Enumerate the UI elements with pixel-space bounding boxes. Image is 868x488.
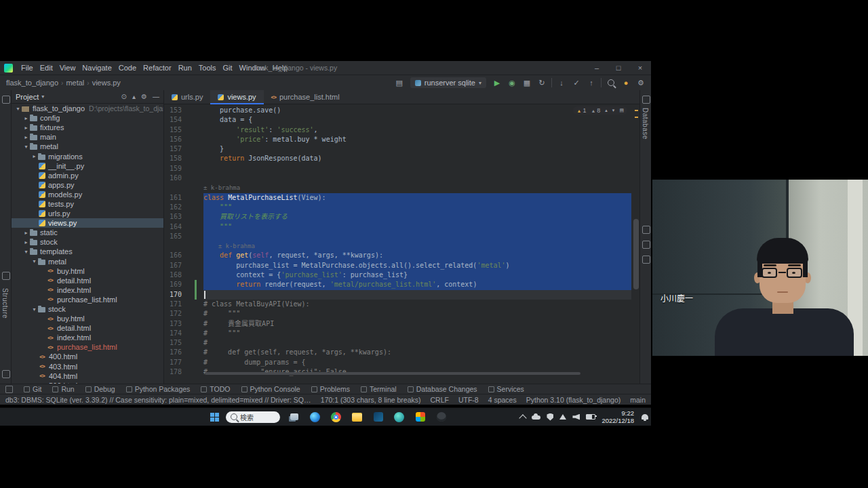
tree-arrow[interactable]: ▸: [22, 125, 30, 131]
taskbar-clock[interactable]: 9:22 2022/12/18: [601, 409, 634, 424]
breadcrumb-item[interactable]: metal: [64, 79, 85, 87]
code-row[interactable]: 170: [164, 290, 631, 300]
update-indicator[interactable]: ●: [620, 77, 631, 88]
code-row[interactable]: 161class MetalPurchaseList(View):: [164, 193, 631, 203]
start-button[interactable]: [210, 413, 219, 422]
taskbar-search[interactable]: 検索: [226, 411, 280, 423]
scrollbar-thumb[interactable]: [205, 372, 580, 375]
close-button[interactable]: ×: [629, 61, 651, 75]
hide-panel-icon[interactable]: —: [153, 93, 159, 100]
menu-edit[interactable]: Edit: [37, 62, 56, 73]
tree-item-config[interactable]: ▸config: [12, 113, 163, 123]
settings-icon[interactable]: ⚙: [141, 93, 147, 100]
code-row[interactable]: 171# class MetalBuyAPI(View):: [164, 300, 631, 309]
tree-item-stock[interactable]: ▾stock: [12, 304, 163, 314]
tool-window-button-problems[interactable]: Problems: [306, 385, 355, 393]
tree-arrow[interactable]: ▾: [31, 306, 38, 312]
menu-git[interactable]: Git: [220, 62, 236, 73]
tree-item-buy.html[interactable]: <>buy.html: [12, 314, 163, 323]
menu-refactor[interactable]: Refactor: [140, 62, 175, 73]
tree-item-404.html[interactable]: <>404.html: [12, 371, 163, 381]
status-widget[interactable]: CRLF: [431, 396, 449, 404]
inspection-menu-icon[interactable]: ▤: [619, 108, 624, 113]
tree-arrow[interactable]: ▾: [14, 106, 22, 112]
tool-window-button-python-console[interactable]: Python Console: [236, 385, 306, 393]
chrome-taskbar-icon[interactable]: [329, 410, 343, 424]
tree-item-index.html[interactable]: <>index.html: [12, 333, 163, 342]
menu-view[interactable]: View: [56, 62, 79, 73]
tree-arrow[interactable]: ▸: [22, 230, 30, 236]
code-row[interactable]: 172# """: [164, 309, 631, 319]
terminal-stripe-icon[interactable]: [2, 370, 10, 378]
tree-item-static[interactable]: ▸static: [12, 228, 163, 237]
debug-button[interactable]: ◉: [507, 77, 517, 88]
prev-problem-icon[interactable]: ▴: [605, 108, 608, 113]
menu-tools[interactable]: Tools: [195, 62, 220, 73]
warnings-indicator[interactable]: ▲1: [576, 107, 586, 114]
run-config-selector[interactable]: runserver sqlite ▾: [410, 77, 486, 88]
tree-arrow[interactable]: ▾: [22, 144, 30, 150]
taskview-taskbar-icon[interactable]: [287, 410, 301, 424]
project-stripe-icon[interactable]: [2, 96, 10, 104]
tree-item-index.html[interactable]: <>index.html: [12, 285, 163, 295]
tool-window-switcher-icon[interactable]: [5, 386, 13, 393]
code-row[interactable]: 168 context = {'purchase_list': purchase…: [164, 270, 631, 280]
tree-arrow[interactable]: ▸: [22, 239, 30, 245]
tree-arrow[interactable]: ▾: [31, 258, 38, 264]
search-everywhere-icon[interactable]: [606, 77, 616, 88]
tree-item-flask_to_django[interactable]: ▾flask_to_djangoD:\projects\flask_to_dja…: [12, 104, 163, 113]
tool-window-button-git[interactable]: Git: [18, 385, 47, 393]
locate-file-icon[interactable]: ⊙: [121, 93, 127, 100]
code-row[interactable]: 166 def get(self, request, *args, **kwar…: [164, 251, 631, 260]
menu-file[interactable]: File: [18, 62, 37, 73]
pycharm-taskbar-icon[interactable]: [371, 410, 385, 424]
structure-stripe-button[interactable]: Structure: [1, 288, 9, 319]
github-taskbar-icon[interactable]: [434, 410, 448, 424]
minimize-button[interactable]: –: [586, 61, 608, 75]
code-row[interactable]: 160: [164, 174, 631, 183]
git-update-button[interactable]: ↓: [556, 77, 567, 88]
code-row[interactable]: 174# """: [164, 329, 631, 338]
volume-icon[interactable]: [572, 414, 580, 420]
status-widget[interactable]: Python 3.10 (flask_to_django): [526, 396, 621, 404]
code-row[interactable]: 154 data = {: [164, 115, 631, 125]
tree-item-main[interactable]: ▸main: [12, 132, 163, 142]
tab-urls.py[interactable]: urls.py: [164, 90, 210, 104]
battery-icon[interactable]: [586, 414, 595, 420]
project-panel-title[interactable]: Project: [16, 93, 39, 101]
status-widget[interactable]: 4 spaces: [488, 396, 517, 404]
run-coverage-button[interactable]: ▦: [521, 77, 532, 88]
tree-arrow[interactable]: ▸: [22, 115, 30, 121]
code-row[interactable]: 175#: [164, 338, 631, 348]
tool-window-button-run[interactable]: Run: [47, 385, 79, 393]
database-stripe-button[interactable]: Database: [642, 108, 649, 140]
tray-overflow-icon[interactable]: [519, 414, 527, 422]
tree-item-views.py[interactable]: views.py: [12, 218, 163, 228]
infos-indicator[interactable]: ▲8: [591, 107, 600, 114]
commit-stripe-icon[interactable]: [2, 272, 10, 280]
tool-window-button-debug[interactable]: Debug: [80, 385, 121, 393]
next-problem-icon[interactable]: ▾: [612, 108, 615, 113]
code-row[interactable]: 155 'result': 'success',: [164, 125, 631, 135]
code-row[interactable]: 169 return render(request, 'metal/purcha…: [164, 280, 631, 289]
tree-item-tests.py[interactable]: tests.py: [12, 199, 163, 209]
tool-window-button-database-changes[interactable]: Database Changes: [402, 385, 483, 393]
tree-arrow[interactable]: ▾: [22, 249, 30, 255]
explorer-taskbar-icon[interactable]: [350, 410, 364, 424]
code-row[interactable]: 162 """: [164, 203, 631, 212]
notifications-stripe-icon[interactable]: [642, 96, 650, 104]
settings-icon[interactable]: ⚙: [635, 77, 646, 88]
tree-item-400.html[interactable]: <>400.html: [12, 352, 163, 361]
code-row[interactable]: 173# 貴金属買取API: [164, 319, 631, 329]
code-row[interactable]: 177# dump_params = {: [164, 358, 631, 367]
tree-item-detail.html[interactable]: <>detail.html: [12, 276, 163, 285]
security-icon[interactable]: [547, 413, 553, 421]
code-row[interactable]: 167 purchase_list = MetalPurchase.object…: [164, 261, 631, 270]
tab-purchase_list.html[interactable]: <>purchase_list.html: [264, 90, 347, 104]
inspections-widget[interactable]: ▲1▲8▴▾▤: [573, 106, 627, 115]
status-widget[interactable]: UTF-8: [458, 396, 479, 404]
tree-item-fixtures[interactable]: ▸fixtures: [12, 123, 163, 132]
git-commit-button[interactable]: ✓: [571, 77, 582, 88]
tab-views.py[interactable]: views.py: [210, 90, 263, 104]
status-widget[interactable]: 170:1 (303 chars, 8 line breaks): [321, 396, 421, 404]
